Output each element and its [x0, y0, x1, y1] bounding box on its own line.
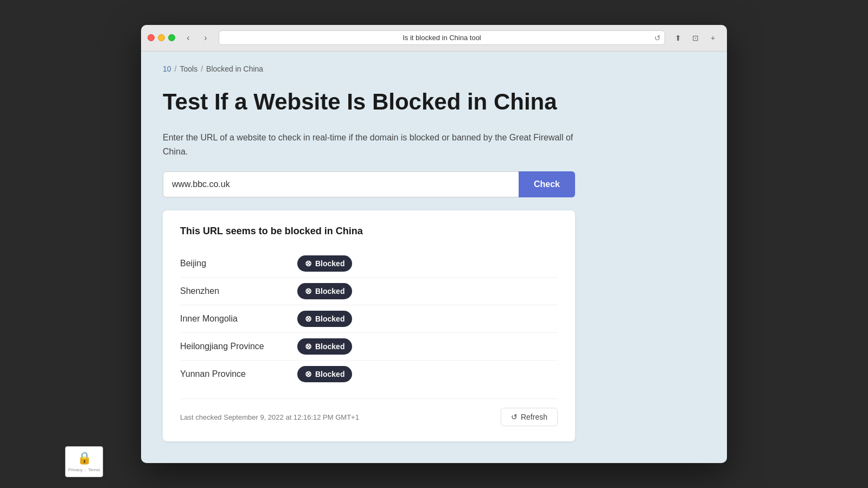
- location-row: Shenzhen⊗Blocked: [180, 278, 558, 305]
- share-button[interactable]: ⬆: [671, 30, 686, 46]
- forward-button[interactable]: ›: [198, 30, 213, 46]
- location-name: Beijing: [180, 259, 289, 268]
- url-input[interactable]: [163, 171, 519, 197]
- blocked-label: Blocked: [315, 370, 344, 378]
- recaptcha-dash: -: [85, 467, 86, 472]
- breadcrumb: 10 / Tools / Blocked in China: [163, 65, 705, 73]
- url-input-row: Check: [163, 171, 575, 197]
- refresh-icon: ↺: [511, 413, 518, 421]
- location-name: Shenzhen: [180, 286, 289, 296]
- card-footer: Last checked September 9, 2022 at 12:16:…: [180, 399, 558, 426]
- blocked-badge: ⊗Blocked: [297, 366, 352, 382]
- minimize-button[interactable]: [158, 34, 165, 41]
- location-name: Heilongjiang Province: [180, 342, 289, 351]
- menu-button[interactable]: +: [705, 30, 720, 46]
- location-row: Beijing⊗Blocked: [180, 250, 558, 278]
- toolbar-right: ⬆ ⊡ +: [671, 30, 720, 46]
- last-checked-text: Last checked September 9, 2022 at 12:16:…: [180, 413, 359, 421]
- breadcrumb-current: Blocked in China: [206, 65, 263, 73]
- page-title: Test If a Website Is Blocked in China: [163, 88, 570, 115]
- close-button[interactable]: [148, 34, 155, 41]
- recaptcha-privacy[interactable]: Privacy: [68, 467, 82, 472]
- browser-reload-icon[interactable]: ↺: [654, 34, 661, 42]
- back-button[interactable]: ‹: [181, 30, 196, 46]
- result-title: This URL seems to be blocked in China: [180, 226, 558, 237]
- nav-buttons: ‹ ›: [181, 30, 213, 46]
- address-bar-container: Is it blocked in China tool ↺: [219, 30, 665, 45]
- breadcrumb-home[interactable]: 10: [163, 65, 171, 73]
- blocked-badge: ⊗Blocked: [297, 338, 352, 355]
- location-row: Yunnan Province⊗Blocked: [180, 361, 558, 388]
- traffic-lights: [148, 34, 175, 41]
- browser-window: ‹ › Is it blocked in China tool ↺ ⬆ ⊡ + …: [141, 25, 727, 464]
- blocked-badge: ⊗Blocked: [297, 255, 352, 272]
- location-rows: Beijing⊗BlockedShenzhen⊗BlockedInner Mon…: [180, 250, 558, 388]
- refresh-button[interactable]: ↺ Refresh: [501, 408, 558, 426]
- breadcrumb-sep-2: /: [201, 65, 203, 73]
- blocked-badge: ⊗Blocked: [297, 311, 352, 327]
- blocked-icon: ⊗: [305, 286, 312, 296]
- address-bar[interactable]: Is it blocked in China tool: [219, 30, 665, 45]
- maximize-button[interactable]: [168, 34, 175, 41]
- check-button[interactable]: Check: [519, 171, 575, 197]
- browser-content: 10 / Tools / Blocked in China Test If a …: [141, 52, 727, 464]
- blocked-label: Blocked: [315, 342, 344, 351]
- recaptcha-badge: 🔒 Privacy - Terms: [65, 446, 103, 477]
- breadcrumb-sep-1: /: [175, 65, 177, 73]
- recaptcha-links: Privacy - Terms: [68, 467, 100, 472]
- refresh-label: Refresh: [521, 413, 547, 421]
- blocked-icon: ⊗: [305, 314, 312, 324]
- blocked-label: Blocked: [315, 287, 344, 296]
- page-description: Enter the URL of a website to check in r…: [163, 131, 575, 158]
- tab-button[interactable]: ⊡: [688, 30, 703, 46]
- blocked-icon: ⊗: [305, 369, 312, 379]
- blocked-icon: ⊗: [305, 342, 312, 351]
- location-name: Inner Mongolia: [180, 314, 289, 324]
- breadcrumb-tools[interactable]: Tools: [180, 65, 197, 73]
- blocked-label: Blocked: [315, 259, 344, 268]
- results-card: This URL seems to be blocked in China Be…: [163, 210, 575, 441]
- recaptcha-terms[interactable]: Terms: [88, 467, 100, 472]
- browser-chrome: ‹ › Is it blocked in China tool ↺ ⬆ ⊡ +: [141, 25, 727, 52]
- blocked-badge: ⊗Blocked: [297, 283, 352, 299]
- blocked-icon: ⊗: [305, 259, 312, 268]
- blocked-label: Blocked: [315, 314, 344, 323]
- recaptcha-logo: 🔒: [77, 451, 92, 465]
- location-row: Inner Mongolia⊗Blocked: [180, 305, 558, 333]
- location-name: Yunnan Province: [180, 369, 289, 379]
- location-row: Heilongjiang Province⊗Blocked: [180, 333, 558, 361]
